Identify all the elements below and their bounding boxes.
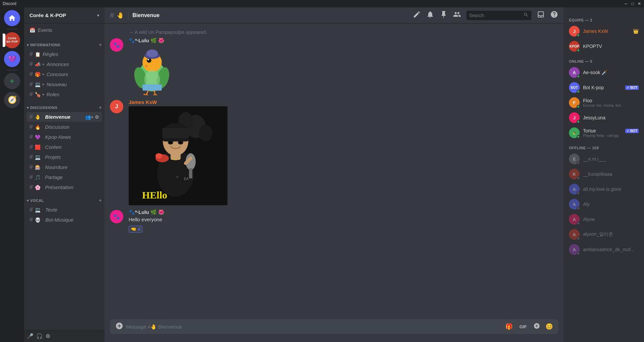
hash-icon: #: [29, 81, 33, 88]
bullet-icon: ▶: [43, 63, 45, 66]
gift-icon[interactable]: 🎁: [505, 323, 513, 330]
svg-line-9: [146, 91, 148, 95]
channel-concours[interactable]: # 🎁 ▶ Concours: [27, 69, 102, 79]
message-group-lulu-1: 🐾 🐾*·Lulu 🌿 🌺: [105, 37, 564, 96]
avatar-lulu-2[interactable]: 🐾: [110, 210, 123, 223]
channel-presentation[interactable]: # 🌸 | Présentation: [27, 182, 102, 192]
member-james-kxw[interactable]: J James KxW 👑: [566, 24, 641, 39]
members-icon[interactable]: [453, 10, 461, 20]
search-bar[interactable]: [466, 11, 531, 20]
channel-nourriture[interactable]: # 🎰 | Nourriture: [27, 162, 102, 172]
member-name-row-tortue: Tortue ✓ BOT: [583, 128, 639, 133]
member-bot-kpop[interactable]: BOT Bot K-pop ✓ BOT: [566, 80, 641, 95]
help-icon[interactable]: [550, 10, 558, 20]
member-ae-sook[interactable]: A Ae-sook 🗡️: [566, 65, 641, 80]
add-member-icon[interactable]: 👥+: [85, 114, 93, 120]
hash-icon: #: [29, 91, 33, 98]
hashtag-pencil-icon[interactable]: [413, 10, 421, 20]
channel-projets[interactable]: # 💻 | Projets: [27, 152, 102, 162]
channel-roles[interactable]: # 🍗 ▶ Roles: [27, 90, 102, 99]
svg-line-16: [156, 95, 158, 95]
channel-bot-musique[interactable]: # 💀 • Bot-Musique: [27, 215, 102, 225]
server-name: Corée & K-POP: [29, 12, 66, 18]
bell-icon[interactable]: [426, 10, 434, 20]
system-message-joined: → A wild Un Pampapoulpe appeared.: [105, 29, 564, 36]
category-add-informations[interactable]: +: [99, 42, 102, 48]
category-add-vocal[interactable]: +: [99, 198, 102, 203]
bullet-icon: •: [43, 219, 43, 221]
channel-bienvenue[interactable]: # 🤚 | Bienvenue 👥+ ⚙: [27, 112, 102, 122]
channel-bienvenue-actions: 👥+ ⚙: [85, 114, 99, 120]
member-jessyluna[interactable]: J JessyLuna: [566, 110, 641, 125]
app-container: Corée&K-POP 💜 + 🧭 Corée & K-POP ▾ 📅 Even…: [0, 7, 644, 342]
member-alyson[interactable]: A alyson_알리츤: [566, 227, 641, 242]
member-aly[interactable]: A Aly: [566, 197, 641, 212]
category-add-discussions[interactable]: +: [99, 105, 102, 110]
channel-nouveau[interactable]: # 💻 ▶ Nouveau: [27, 79, 102, 89]
sidebar-header[interactable]: Corée & K-POP ▾: [24, 7, 105, 23]
channel-kpop-news[interactable]: # 💜 | Kpop-News: [27, 132, 102, 142]
channel-name-texte: Texte: [45, 207, 99, 213]
avatar-floo: F: [569, 97, 580, 108]
member-info-jessyluna: JessyLuna: [583, 115, 639, 120]
member-category-offline: OFFLINE — 159: [566, 140, 641, 151]
close-button[interactable]: ✕: [637, 2, 641, 6]
events-item[interactable]: 📅 Events: [27, 25, 102, 36]
hash-icon: #: [29, 164, 33, 171]
reaction-fist[interactable]: 🤜 4: [129, 226, 142, 233]
window-controls: ─ □ ✕: [624, 2, 641, 6]
maximize-button[interactable]: □: [631, 2, 635, 6]
member-ambassadrice[interactable]: A ambassadrice_de_mof...: [566, 242, 641, 257]
channel-emoji-roles: 🍗: [35, 92, 41, 97]
member-name-ae-sook: Ae-sook 🗡️: [583, 70, 639, 75]
search-icon: [523, 12, 529, 19]
category-label-informations[interactable]: ▾ INFORMATIONS: [27, 43, 60, 47]
message-author-lulu-2[interactable]: 🐾*·Lulu 🌿 🌺: [129, 209, 558, 215]
chat-message-input[interactable]: [126, 321, 503, 333]
add-attachment-button[interactable]: [115, 322, 123, 332]
search-input[interactable]: [469, 13, 521, 18]
settings-icon[interactable]: ⚙: [95, 114, 99, 120]
server-icon-home[interactable]: [4, 10, 20, 26]
member-status-tortue: Playing !help - carl.gg: [583, 133, 627, 137]
gif-icon[interactable]: GIF: [518, 324, 528, 330]
category-label-vocal[interactable]: ▾ VOCAL: [27, 198, 44, 203]
inbox-icon[interactable]: [537, 10, 545, 20]
channel-emoji-nouveau: 💻: [35, 82, 41, 87]
server-icon-coree[interactable]: Corée&K-POP: [4, 32, 20, 48]
server-icon-purple[interactable]: 💜: [4, 51, 20, 67]
server-icon-add[interactable]: +: [4, 73, 20, 89]
member-floo[interactable]: F Floo Excuse me, noona, but do you ...: [566, 95, 641, 110]
sticker-icon[interactable]: [533, 323, 540, 331]
channel-regles[interactable]: # 📋 Règles: [27, 49, 102, 59]
member-kurapii[interactable]: K __kurapiikaaa: [566, 167, 641, 181]
channel-coreen[interactable]: # 🟥 | Coréen: [27, 142, 102, 152]
channel-discussion[interactable]: # 🔥 | Discussion: [27, 122, 102, 132]
message-author-james[interactable]: James KxW: [129, 99, 558, 105]
pin-icon[interactable]: [440, 10, 448, 20]
user-settings-icon[interactable]: ⚙: [46, 333, 50, 339]
avatar-james[interactable]: J: [110, 100, 123, 113]
headphones-icon[interactable]: 🎧: [36, 333, 43, 339]
bot-badge-tortue: ✓ BOT: [625, 129, 639, 133]
member-all-my-love[interactable]: A all.my.love.is.gone: [566, 182, 641, 196]
category-label-discussions[interactable]: ▾ DISCUSSIONS: [27, 106, 57, 110]
member-kpoptv[interactable]: KPOP KPOPTV: [566, 39, 641, 54]
channel-emoji-annonces: 📣: [35, 62, 41, 67]
member-emi[interactable]: E __e.m.i___: [566, 152, 641, 166]
svg-text:EA: EA: [184, 177, 189, 181]
server-icon-explore[interactable]: 🧭: [4, 92, 20, 108]
member-alyne[interactable]: A Alyne: [566, 212, 641, 227]
hash-icon: #: [29, 154, 33, 161]
channel-texte[interactable]: # 💻 • Texte: [27, 205, 102, 215]
emoji-icon[interactable]: 😊: [545, 323, 553, 330]
minimize-button[interactable]: ─: [624, 2, 628, 6]
chat-input-area: 🎁 GIF 😊: [105, 319, 564, 342]
chat-input-box: 🎁 GIF 😊: [110, 319, 558, 334]
channel-annonces[interactable]: # 📣 ▶ Annonces: [27, 59, 102, 69]
message-author-lulu-1[interactable]: 🐾*·Lulu 🌿 🌺: [129, 38, 558, 44]
mic-icon[interactable]: 🎤: [27, 333, 34, 339]
avatar-lulu-1[interactable]: 🐾: [110, 38, 123, 52]
member-tortue[interactable]: 🐢 Tortue ✓ BOT Playing !help - carl.gg: [566, 125, 641, 140]
channel-partage[interactable]: # 🎵 | Partage: [27, 172, 102, 182]
